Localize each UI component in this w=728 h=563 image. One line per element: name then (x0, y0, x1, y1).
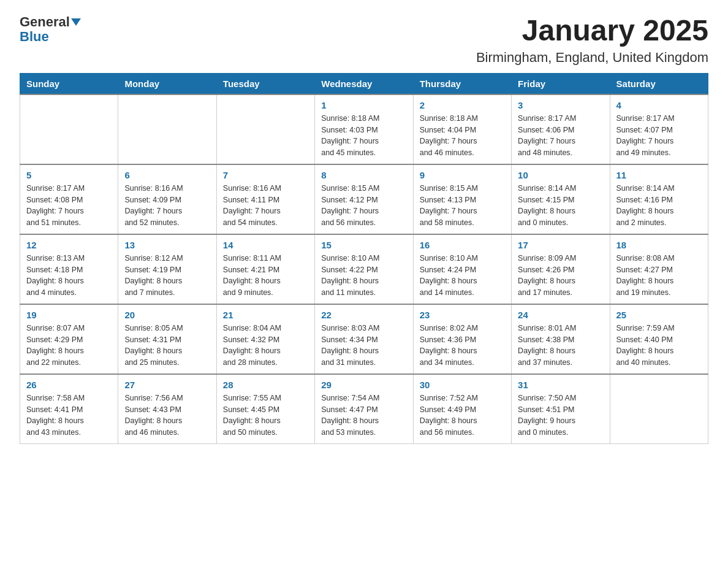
day-cell-31: 31Sunrise: 7:50 AM Sunset: 4:51 PM Dayli… (512, 374, 610, 444)
day-cell-25: 25Sunrise: 7:59 AM Sunset: 4:40 PM Dayli… (610, 304, 708, 374)
day-number: 27 (124, 380, 210, 390)
day-info: Sunrise: 8:15 AM Sunset: 4:13 PM Dayligh… (420, 183, 505, 229)
day-number: 4 (616, 100, 702, 110)
day-cell-13: 13Sunrise: 8:12 AM Sunset: 4:19 PM Dayli… (118, 234, 216, 304)
day-info: Sunrise: 8:17 AM Sunset: 4:07 PM Dayligh… (616, 113, 702, 159)
header-day-wednesday: Wednesday (315, 73, 413, 94)
day-cell-3: 3Sunrise: 8:17 AM Sunset: 4:06 PM Daylig… (512, 94, 610, 164)
day-info: Sunrise: 8:10 AM Sunset: 4:24 PM Dayligh… (420, 253, 505, 299)
empty-cell (610, 374, 708, 444)
header-day-sunday: Sunday (20, 73, 118, 94)
day-info: Sunrise: 8:09 AM Sunset: 4:26 PM Dayligh… (518, 253, 603, 299)
day-number: 13 (124, 240, 210, 250)
header-day-friday: Friday (512, 73, 610, 94)
day-info: Sunrise: 7:54 AM Sunset: 4:47 PM Dayligh… (321, 393, 406, 439)
calendar-header: SundayMondayTuesdayWednesdayThursdayFrid… (20, 73, 708, 94)
day-info: Sunrise: 8:01 AM Sunset: 4:38 PM Dayligh… (518, 323, 603, 369)
week-row-3: 12Sunrise: 8:13 AM Sunset: 4:18 PM Dayli… (20, 234, 708, 304)
day-cell-10: 10Sunrise: 8:14 AM Sunset: 4:15 PM Dayli… (512, 164, 610, 234)
day-cell-8: 8Sunrise: 8:15 AM Sunset: 4:12 PM Daylig… (315, 164, 413, 234)
week-row-4: 19Sunrise: 8:07 AM Sunset: 4:29 PM Dayli… (20, 304, 708, 374)
day-number: 20 (124, 310, 210, 320)
day-number: 8 (321, 170, 406, 180)
day-number: 29 (321, 380, 406, 390)
day-cell-5: 5Sunrise: 8:17 AM Sunset: 4:08 PM Daylig… (20, 164, 118, 234)
day-info: Sunrise: 7:52 AM Sunset: 4:49 PM Dayligh… (420, 393, 505, 439)
day-info: Sunrise: 8:10 AM Sunset: 4:22 PM Dayligh… (321, 253, 406, 299)
day-cell-15: 15Sunrise: 8:10 AM Sunset: 4:22 PM Dayli… (315, 234, 413, 304)
day-info: Sunrise: 8:17 AM Sunset: 4:08 PM Dayligh… (26, 183, 112, 229)
day-number: 23 (420, 310, 505, 320)
logo: General Blue (20, 15, 81, 44)
day-number: 10 (518, 170, 603, 180)
day-number: 5 (26, 170, 112, 180)
day-number: 30 (420, 380, 505, 390)
day-info: Sunrise: 8:18 AM Sunset: 4:04 PM Dayligh… (420, 113, 505, 159)
day-cell-17: 17Sunrise: 8:09 AM Sunset: 4:26 PM Dayli… (512, 234, 610, 304)
day-number: 22 (321, 310, 406, 320)
day-cell-1: 1Sunrise: 8:18 AM Sunset: 4:03 PM Daylig… (315, 94, 413, 164)
day-number: 3 (518, 100, 603, 110)
logo-general-text: General (20, 15, 70, 29)
day-number: 1 (321, 100, 406, 110)
empty-cell (216, 94, 314, 164)
day-info: Sunrise: 8:04 AM Sunset: 4:32 PM Dayligh… (223, 323, 308, 369)
day-info: Sunrise: 8:13 AM Sunset: 4:18 PM Dayligh… (26, 253, 112, 299)
day-number: 14 (223, 240, 308, 250)
day-number: 19 (26, 310, 112, 320)
header-day-thursday: Thursday (413, 73, 511, 94)
day-number: 12 (26, 240, 112, 250)
day-cell-20: 20Sunrise: 8:05 AM Sunset: 4:31 PM Dayli… (118, 304, 216, 374)
day-info: Sunrise: 8:14 AM Sunset: 4:16 PM Dayligh… (616, 183, 702, 229)
day-cell-14: 14Sunrise: 8:11 AM Sunset: 4:21 PM Dayli… (216, 234, 314, 304)
header-day-monday: Monday (118, 73, 216, 94)
day-number: 6 (124, 170, 210, 180)
day-info: Sunrise: 7:56 AM Sunset: 4:43 PM Dayligh… (124, 393, 210, 439)
day-info: Sunrise: 8:16 AM Sunset: 4:09 PM Dayligh… (124, 183, 210, 229)
day-info: Sunrise: 8:16 AM Sunset: 4:11 PM Dayligh… (223, 183, 308, 229)
day-cell-4: 4Sunrise: 8:17 AM Sunset: 4:07 PM Daylig… (610, 94, 708, 164)
day-cell-24: 24Sunrise: 8:01 AM Sunset: 4:38 PM Dayli… (512, 304, 610, 374)
day-info: Sunrise: 8:07 AM Sunset: 4:29 PM Dayligh… (26, 323, 112, 369)
calendar-table: SundayMondayTuesdayWednesdayThursdayFrid… (20, 73, 708, 444)
day-cell-21: 21Sunrise: 8:04 AM Sunset: 4:32 PM Dayli… (216, 304, 314, 374)
day-cell-26: 26Sunrise: 7:58 AM Sunset: 4:41 PM Dayli… (20, 374, 118, 444)
day-number: 25 (616, 310, 702, 320)
day-cell-16: 16Sunrise: 8:10 AM Sunset: 4:24 PM Dayli… (413, 234, 511, 304)
page-header: General Blue January 2025 Birmingham, En… (20, 15, 708, 66)
day-cell-2: 2Sunrise: 8:18 AM Sunset: 4:04 PM Daylig… (413, 94, 511, 164)
week-row-2: 5Sunrise: 8:17 AM Sunset: 4:08 PM Daylig… (20, 164, 708, 234)
day-number: 17 (518, 240, 603, 250)
calendar-body: 1Sunrise: 8:18 AM Sunset: 4:03 PM Daylig… (20, 94, 708, 444)
day-info: Sunrise: 7:50 AM Sunset: 4:51 PM Dayligh… (518, 393, 603, 439)
empty-cell (20, 94, 118, 164)
day-cell-29: 29Sunrise: 7:54 AM Sunset: 4:47 PM Dayli… (315, 374, 413, 444)
logo-triangle-icon (71, 18, 81, 26)
day-cell-12: 12Sunrise: 8:13 AM Sunset: 4:18 PM Dayli… (20, 234, 118, 304)
empty-cell (118, 94, 216, 164)
day-cell-27: 27Sunrise: 7:56 AM Sunset: 4:43 PM Dayli… (118, 374, 216, 444)
day-cell-23: 23Sunrise: 8:02 AM Sunset: 4:36 PM Dayli… (413, 304, 511, 374)
day-number: 31 (518, 380, 603, 390)
day-cell-11: 11Sunrise: 8:14 AM Sunset: 4:16 PM Dayli… (610, 164, 708, 234)
day-info: Sunrise: 8:17 AM Sunset: 4:06 PM Dayligh… (518, 113, 603, 159)
header-row: SundayMondayTuesdayWednesdayThursdayFrid… (20, 73, 708, 94)
day-info: Sunrise: 7:58 AM Sunset: 4:41 PM Dayligh… (26, 393, 112, 439)
day-info: Sunrise: 7:55 AM Sunset: 4:45 PM Dayligh… (223, 393, 308, 439)
day-number: 18 (616, 240, 702, 250)
day-number: 28 (223, 380, 308, 390)
day-info: Sunrise: 7:59 AM Sunset: 4:40 PM Dayligh… (616, 323, 702, 369)
calendar-title: January 2025 (476, 15, 708, 47)
day-info: Sunrise: 8:02 AM Sunset: 4:36 PM Dayligh… (420, 323, 505, 369)
day-number: 2 (420, 100, 505, 110)
day-number: 15 (321, 240, 406, 250)
day-info: Sunrise: 8:11 AM Sunset: 4:21 PM Dayligh… (223, 253, 308, 299)
day-cell-9: 9Sunrise: 8:15 AM Sunset: 4:13 PM Daylig… (413, 164, 511, 234)
day-info: Sunrise: 8:03 AM Sunset: 4:34 PM Dayligh… (321, 323, 406, 369)
day-number: 21 (223, 310, 308, 320)
header-day-tuesday: Tuesday (216, 73, 314, 94)
day-number: 26 (26, 380, 112, 390)
day-info: Sunrise: 8:12 AM Sunset: 4:19 PM Dayligh… (124, 253, 210, 299)
day-number: 7 (223, 170, 308, 180)
week-row-5: 26Sunrise: 7:58 AM Sunset: 4:41 PM Dayli… (20, 374, 708, 444)
